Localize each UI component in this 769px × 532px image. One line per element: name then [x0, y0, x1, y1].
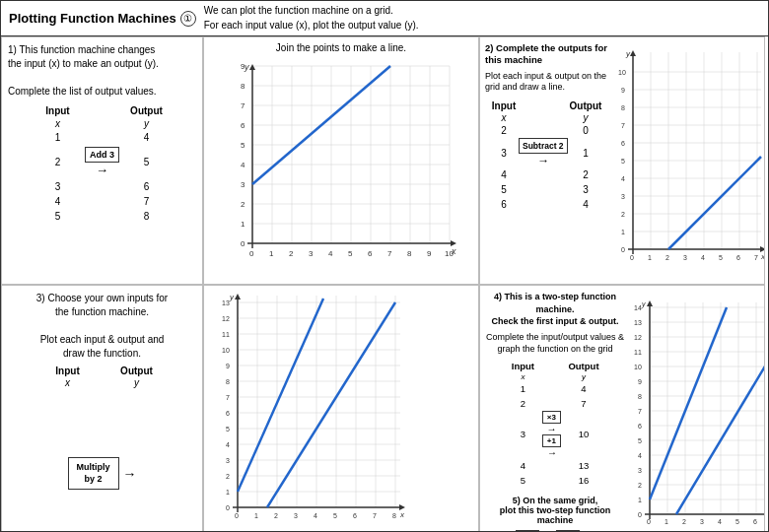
svg-text:5: 5 [226, 426, 230, 432]
svg-text:4: 4 [328, 249, 333, 258]
svg-text:6: 6 [753, 518, 757, 525]
svg-marker-70 [630, 50, 636, 56]
svg-marker-119 [235, 294, 241, 299]
svg-text:3: 3 [241, 180, 245, 189]
svg-text:0: 0 [249, 249, 254, 258]
svg-text:8: 8 [638, 393, 642, 400]
svg-text:7: 7 [226, 394, 230, 401]
svg-text:1: 1 [648, 254, 652, 261]
panel-3: 2) Complete the outputs for this machine… [479, 36, 765, 285]
svg-text:5: 5 [735, 518, 739, 525]
panel5-title: 4) This is a two-step function machine. … [485, 291, 625, 328]
chart-1: // Will be rendered inline [223, 61, 459, 268]
panel4-title: 3) Choose your own inputs for the functi… [8, 292, 196, 361]
chart-3: y x 0 1 2 3 4 5 6 7 0 1 2 3 4 [613, 47, 765, 274]
chart-4: y x 0 1 2 3 4 5 6 7 8 0 1 2 3 [213, 291, 469, 527]
svg-text:2: 2 [621, 211, 625, 218]
svg-text:4: 4 [621, 175, 625, 182]
svg-text:8: 8 [226, 378, 230, 385]
io-table-4: Input Output x y [48, 365, 157, 447]
svg-text:7: 7 [373, 512, 377, 519]
svg-text:3: 3 [621, 193, 625, 200]
svg-text:3: 3 [226, 457, 230, 464]
svg-text:8: 8 [407, 249, 412, 258]
svg-text:5: 5 [241, 141, 245, 150]
svg-text:y: y [229, 293, 235, 301]
chart-5: y x 0 1 2 3 4 5 6 7 0 1 2 3 4 [628, 299, 765, 532]
panel5-instruction: Complete the input/output values & graph… [485, 331, 625, 356]
svg-text:7: 7 [754, 254, 758, 261]
svg-text:10: 10 [222, 347, 230, 354]
svg-text:2: 2 [226, 473, 230, 480]
panel1-instruction: 1) This function machine changes the inp… [8, 43, 196, 99]
svg-line-146 [238, 299, 323, 492]
step5-title: 5) On the same grid, plot this two-step … [485, 496, 625, 525]
svg-line-93 [668, 157, 761, 249]
svg-text:6: 6 [353, 512, 357, 519]
svg-text:6: 6 [226, 410, 230, 417]
svg-text:5: 5 [621, 158, 625, 165]
panel-1: 1) This function machine changes the inp… [1, 36, 203, 285]
svg-text:9: 9 [621, 87, 625, 94]
svg-text:12: 12 [634, 334, 642, 341]
svg-text:9: 9 [226, 363, 230, 369]
svg-marker-173 [647, 300, 653, 306]
svg-text:1: 1 [269, 249, 274, 258]
svg-text:9: 9 [427, 249, 432, 258]
svg-text:13: 13 [634, 319, 642, 326]
fn-box-add3: Add 3 [85, 147, 119, 163]
svg-text:4: 4 [226, 441, 230, 448]
fn-box-x3: ×3 [542, 411, 561, 424]
svg-text:8: 8 [392, 512, 396, 519]
svg-text:3: 3 [638, 467, 642, 474]
svg-text:1: 1 [226, 489, 230, 496]
svg-text:5: 5 [719, 254, 723, 261]
svg-text:1: 1 [241, 220, 245, 229]
circle-1: ① [180, 11, 196, 27]
svg-text:5: 5 [638, 437, 642, 444]
svg-text:11: 11 [634, 349, 642, 356]
svg-text:7: 7 [638, 408, 642, 415]
svg-text:8: 8 [241, 82, 245, 91]
svg-text:1: 1 [621, 229, 625, 235]
svg-text:x: x [399, 510, 405, 519]
svg-line-147 [267, 302, 395, 507]
svg-text:0: 0 [621, 246, 625, 253]
svg-text:6: 6 [368, 249, 373, 258]
svg-text:10: 10 [618, 69, 626, 76]
io-table-3: Input Output x y 2 0 3 [489, 100, 603, 212]
svg-text:4: 4 [718, 518, 722, 525]
svg-text:2: 2 [274, 512, 278, 519]
svg-text:3: 3 [683, 254, 687, 261]
panel-2: Join the points to make a line. // Will … [203, 36, 479, 285]
svg-text:6: 6 [736, 254, 740, 261]
svg-text:12: 12 [222, 315, 230, 322]
panel-4: 3) Choose your own inputs for the functi… [1, 285, 203, 532]
svg-text:2: 2 [638, 482, 642, 489]
svg-text:1: 1 [664, 518, 668, 525]
svg-text:9: 9 [638, 378, 642, 385]
svg-text:0: 0 [235, 512, 239, 519]
svg-text:x: x [760, 252, 765, 261]
svg-text:0: 0 [638, 511, 642, 518]
svg-text:6: 6 [621, 140, 625, 147]
svg-text:14: 14 [634, 304, 642, 311]
panel2-title: Join the points to make a line. [209, 42, 473, 53]
svg-text:13: 13 [222, 299, 230, 306]
fn-box-subtract2: Subtract 2 [519, 138, 568, 154]
svg-text:10: 10 [445, 249, 454, 258]
svg-text:2: 2 [241, 200, 245, 209]
page-title: Plotting Function Machines [9, 11, 176, 26]
svg-text:1: 1 [254, 512, 258, 519]
fn-box-multiply2: Multiplyby 2 [68, 457, 119, 490]
svg-text:y: y [625, 49, 631, 58]
svg-text:0: 0 [241, 239, 245, 248]
svg-text:6: 6 [241, 121, 245, 130]
svg-text:7: 7 [621, 122, 625, 129]
svg-text:4: 4 [701, 254, 705, 261]
panel3-subtitle: Plot each input & output on the grid and… [485, 71, 609, 94]
svg-text:4: 4 [314, 512, 317, 519]
panel-6: 4) This is a two-step function machine. … [479, 285, 765, 532]
svg-text:3: 3 [309, 249, 314, 258]
svg-text:7: 7 [387, 249, 392, 258]
